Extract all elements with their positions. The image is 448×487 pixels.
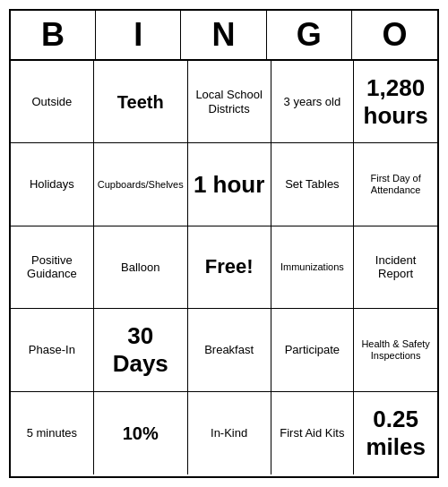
cell-text: First Aid Kits: [280, 426, 344, 440]
bingo-header: BINGO: [11, 11, 437, 61]
bingo-cell: Breakfast: [188, 309, 271, 391]
bingo-cell: 3 years old: [271, 61, 355, 143]
bingo-cell: Incident Report: [354, 226, 437, 309]
cell-text: Positive Guidance: [14, 253, 90, 281]
bingo-cell: Local School Districts: [188, 61, 271, 143]
bingo-cell: Teeth: [94, 61, 188, 143]
cell-text: Immunizations: [280, 261, 344, 273]
cell-text: Local School Districts: [192, 88, 267, 115]
bingo-cell: In-Kind: [188, 392, 271, 474]
bingo-cell: 1,280 hours: [354, 61, 437, 143]
header-letter: N: [181, 11, 266, 59]
bingo-grid: OutsideTeethLocal School Districts3 year…: [11, 61, 437, 474]
bingo-cell: Immunizations: [271, 226, 355, 309]
bingo-cell: 10%: [94, 392, 188, 474]
bingo-cell: First Aid Kits: [271, 392, 355, 474]
bingo-cell: Holidays: [11, 143, 94, 226]
bingo-cell: Set Tables: [271, 143, 355, 226]
bingo-cell: 5 minutes: [11, 392, 94, 474]
bingo-cell: First Day of Attendance: [354, 143, 437, 226]
cell-text: Phase-In: [29, 343, 75, 357]
cell-text: Holidays: [30, 177, 74, 192]
cell-text: Teeth: [117, 91, 164, 113]
cell-text: 1,280 hours: [358, 74, 434, 130]
header-letter: O: [352, 11, 437, 59]
bingo-cell: Outside: [11, 61, 94, 143]
cell-text: 5 minutes: [27, 426, 77, 440]
bingo-cell: 30 Days: [94, 309, 188, 391]
cell-text: Balloon: [121, 261, 159, 275]
bingo-cell: Positive Guidance: [11, 226, 94, 309]
header-letter: G: [267, 11, 352, 59]
cell-text: Health & Safety Inspections: [358, 338, 434, 362]
cell-text: Breakfast: [204, 343, 254, 357]
cell-text: 1 hour: [194, 171, 264, 199]
header-letter: B: [11, 11, 96, 59]
header-letter: I: [96, 11, 181, 59]
bingo-cell: Free!: [188, 226, 271, 309]
bingo-cell: 1 hour: [188, 143, 271, 226]
bingo-cell: Cupboards/Shelves: [94, 143, 188, 226]
cell-text: Free!: [205, 255, 254, 278]
cell-text: Cupboards/Shelves: [98, 179, 184, 191]
cell-text: First Day of Attendance: [358, 173, 434, 196]
bingo-cell: Phase-In: [11, 309, 94, 391]
cell-text: Incident Report: [358, 253, 434, 281]
bingo-cell: 0.25 miles: [354, 392, 437, 474]
bingo-card: BINGO OutsideTeethLocal School Districts…: [9, 9, 439, 478]
cell-text: In-Kind: [211, 426, 247, 440]
cell-text: Participate: [285, 343, 340, 357]
bingo-cell: Balloon: [94, 226, 188, 309]
bingo-cell: Participate: [271, 309, 355, 391]
cell-text: 10%: [123, 423, 159, 444]
cell-text: Outside: [31, 95, 72, 109]
cell-text: 0.25 miles: [358, 406, 434, 461]
cell-text: 3 years old: [284, 95, 341, 109]
cell-text: Set Tables: [285, 177, 339, 192]
cell-text: 30 Days: [98, 322, 184, 378]
bingo-cell: Health & Safety Inspections: [354, 309, 437, 391]
